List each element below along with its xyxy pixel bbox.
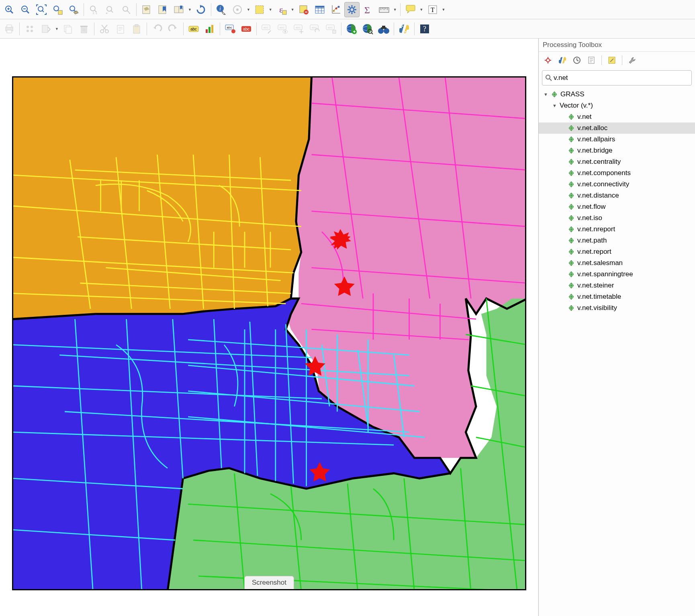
tree-item-label: v.net.flow	[577, 203, 606, 211]
svg-point-130	[384, 28, 389, 34]
python-console-button[interactable]	[397, 21, 412, 37]
tree-item-v-net-report[interactable]: v.net.report	[539, 246, 695, 257]
metasearch-add-button[interactable]	[344, 21, 359, 37]
dropdown-arrow-icon[interactable]: ▼	[187, 8, 192, 12]
grass-algorithm-icon	[568, 192, 575, 199]
tree-group-vector[interactable]: ▼ Vector (v.*)	[539, 100, 695, 111]
map-canvas[interactable]: Screenshot	[12, 76, 526, 590]
new-bookmark-button[interactable]	[155, 2, 170, 17]
toolbar-separator	[84, 3, 84, 16]
svg-text:T: T	[431, 6, 435, 13]
new-map-view-button[interactable]	[139, 2, 154, 17]
zoom-selection-button[interactable]	[50, 2, 65, 17]
show-bookmarks-button[interactable]	[171, 2, 186, 17]
zoom-out-button[interactable]	[18, 2, 33, 17]
dropdown-arrow-icon[interactable]: ▼	[268, 8, 273, 12]
tree-item-label: v.net.spanningtree	[577, 270, 633, 278]
grass-algorithm-icon	[568, 271, 575, 278]
measure-button[interactable]	[376, 2, 392, 17]
options-button[interactable]	[626, 54, 638, 66]
dropdown-arrow-icon[interactable]: ▼	[419, 8, 424, 12]
toolbar-separator	[400, 3, 401, 16]
tree-item-v-net-spanningtree[interactable]: v.net.spanningtree	[539, 269, 695, 280]
expand-arrow-icon: ▼	[544, 92, 548, 97]
map-canvas-area[interactable]: Screenshot	[0, 39, 538, 616]
svg-line-21	[127, 10, 129, 12]
tree-item-v-net-components[interactable]: v.net.components	[539, 167, 695, 179]
tree-item-v-net-centrality[interactable]: v.net.centrality	[539, 156, 695, 167]
attribute-table-button[interactable]	[312, 2, 327, 17]
highlight-labels-button[interactable]: abc	[239, 21, 254, 37]
python-scripts-button[interactable]	[556, 54, 568, 66]
help-button[interactable]: ?	[417, 21, 432, 37]
metasearch-services-button[interactable]	[376, 21, 391, 37]
tree-item-v-net[interactable]: v.net	[539, 111, 695, 122]
dropdown-arrow-icon[interactable]: ▼	[54, 27, 59, 31]
zoom-last-button	[102, 2, 118, 17]
layer-labeling-button[interactable]: abc	[186, 21, 201, 37]
tree-item-label: v.net.connectivity	[577, 180, 629, 188]
statistics-button[interactable]	[328, 2, 343, 17]
search-input[interactable]	[552, 72, 688, 84]
tree-item-v-net-alloc[interactable]: v.net.alloc	[539, 122, 695, 134]
toolbar-separator	[414, 22, 415, 35]
tree-item-v-net-distance[interactable]: v.net.distance	[539, 190, 695, 201]
search-box[interactable]	[542, 70, 692, 86]
tree-item-v-net-path[interactable]: v.net.path	[539, 235, 695, 246]
dropdown-arrow-icon[interactable]: ▼	[441, 8, 446, 12]
pin-labels-button[interactable]: abc	[223, 21, 238, 37]
dropdown-arrow-icon[interactable]: ▼	[290, 8, 295, 12]
dropdown-arrow-icon[interactable]: ▼	[392, 8, 398, 12]
grass-algorithm-icon	[568, 158, 575, 165]
zoom-native-button: 1:1	[86, 2, 102, 17]
toolbar-separator	[256, 22, 257, 35]
svg-text:1:1: 1:1	[92, 11, 98, 15]
tree-item-v-net-nreport[interactable]: v.net.nreport	[539, 224, 695, 235]
svg-point-206	[546, 59, 550, 62]
svg-rect-11	[58, 10, 62, 14]
tree-provider-grass[interactable]: ▼ GRASS	[539, 89, 695, 100]
tree-item-v-net-timetable[interactable]: v.net.timetable	[539, 291, 695, 302]
tree-item-v-net-visibility[interactable]: v.net.visibility	[539, 302, 695, 314]
identify-button[interactable]: i	[214, 2, 229, 17]
select-features-button[interactable]	[252, 2, 267, 17]
svg-marker-14	[74, 11, 78, 14]
tree-item-v-net-salesman[interactable]: v.net.salesman	[539, 257, 695, 269]
tree-item-v-net-flow[interactable]: v.net.flow	[539, 201, 695, 212]
tree-item-v-net-steiner[interactable]: v.net.steiner	[539, 280, 695, 291]
run-action-button	[230, 2, 245, 17]
tree-item-v-net-iso[interactable]: v.net.iso	[539, 212, 695, 224]
results-button[interactable]	[585, 54, 597, 66]
zoom-full-button[interactable]	[34, 2, 49, 17]
toolbar-separator	[147, 22, 147, 35]
metasearch-button[interactable]	[360, 21, 375, 37]
clipboard-button	[129, 21, 144, 37]
select-expression-button[interactable]: ε	[274, 2, 289, 17]
zoom-layer-button[interactable]	[66, 2, 81, 17]
tree-item-label: v.net.iso	[577, 214, 602, 222]
map-tips-button[interactable]	[403, 2, 418, 17]
field-calculator-button[interactable]: Σ	[360, 2, 376, 17]
dropdown-arrow-icon[interactable]: ▼	[246, 8, 251, 12]
text-annotation-button[interactable]: T	[425, 2, 440, 17]
undo-button	[149, 21, 165, 37]
zoom-in-button[interactable]	[2, 2, 17, 17]
delete-features-button	[76, 21, 92, 37]
toolbar-separator	[341, 22, 341, 35]
panel-toolbar	[539, 52, 695, 69]
tree-item-v-net-allpairs[interactable]: v.net.allpairs	[539, 134, 695, 145]
tree-item-label: v.net.steiner	[577, 281, 614, 290]
refresh-button[interactable]	[193, 2, 208, 17]
edit-in-place-button[interactable]	[606, 54, 618, 66]
screenshot-badge: Screenshot	[244, 576, 294, 589]
toolbox-button[interactable]	[344, 2, 360, 17]
layer-diagram-button[interactable]	[202, 21, 217, 37]
model-designer-button[interactable]	[542, 54, 554, 66]
tree-label: GRASS	[560, 90, 585, 98]
history-button[interactable]	[571, 54, 583, 66]
tree-item-v-net-connectivity[interactable]: v.net.connectivity	[539, 179, 695, 190]
deselect-button[interactable]	[296, 2, 311, 17]
algorithm-tree[interactable]: ▼ GRASS ▼ Vector (v.*) v.netv.net.allocv…	[539, 87, 695, 616]
tree-item-v-net-bridge[interactable]: v.net.bridge	[539, 145, 695, 156]
grass-algorithm-icon	[568, 169, 575, 177]
